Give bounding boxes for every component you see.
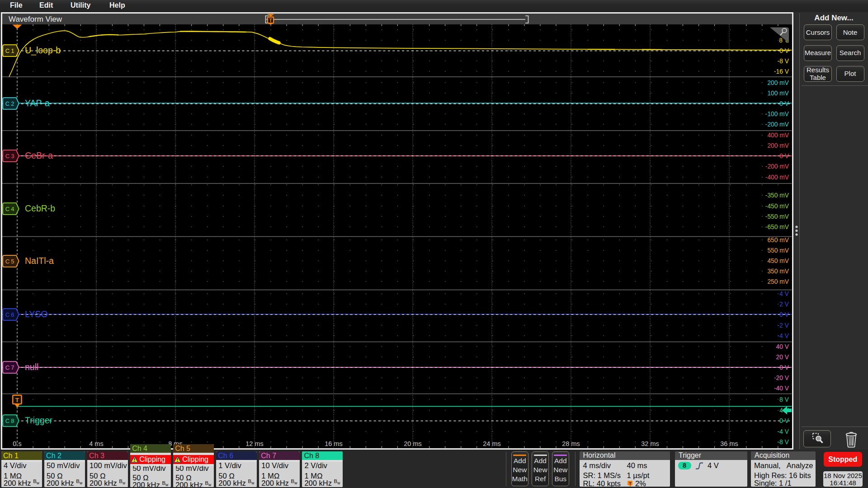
svg-text:200 mV: 200 mV bbox=[767, 80, 789, 86]
svg-text:2: 2 bbox=[11, 100, 14, 107]
svg-text:0 V: 0 V bbox=[779, 364, 789, 371]
svg-text:2 V: 2 V bbox=[779, 301, 789, 308]
svg-text:8: 8 bbox=[11, 418, 14, 424]
svg-text:28 ms: 28 ms bbox=[562, 440, 580, 447]
svg-text:C: C bbox=[5, 418, 9, 424]
svg-text:-4 V: -4 V bbox=[778, 333, 789, 339]
svg-text:-200 mV: -200 mV bbox=[765, 121, 789, 128]
svg-text:-40 V: -40 V bbox=[774, 385, 789, 392]
svg-text:12 ms: 12 ms bbox=[245, 440, 264, 447]
svg-text:-100 mV: -100 mV bbox=[765, 111, 789, 117]
svg-text:Trigger: Trigger bbox=[25, 415, 53, 425]
svg-text:8 V: 8 V bbox=[779, 396, 789, 403]
svg-text:4 V: 4 V bbox=[779, 291, 789, 297]
svg-text:-550 mV: -550 mV bbox=[765, 213, 789, 220]
svg-text:-450 mV: -450 mV bbox=[765, 203, 789, 210]
svg-text:null: null bbox=[25, 362, 38, 372]
svg-text:C: C bbox=[5, 206, 9, 212]
svg-text:YAP-a: YAP-a bbox=[25, 98, 50, 108]
svg-text:T: T bbox=[269, 17, 272, 23]
svg-text:450 mV: 450 mV bbox=[767, 258, 789, 264]
svg-text:4 ms: 4 ms bbox=[89, 440, 103, 447]
svg-text:400 mV: 400 mV bbox=[767, 132, 789, 139]
svg-text:1: 1 bbox=[11, 47, 14, 54]
svg-text:8: 8 bbox=[779, 37, 783, 44]
svg-text:0 s: 0 s bbox=[13, 440, 21, 447]
svg-text:CeBr-a: CeBr-a bbox=[25, 150, 53, 160]
svg-text:C: C bbox=[5, 100, 9, 107]
svg-text:250 mV: 250 mV bbox=[767, 278, 789, 285]
svg-text:5: 5 bbox=[11, 258, 14, 265]
svg-text:7: 7 bbox=[11, 364, 14, 371]
svg-text:24 ms: 24 ms bbox=[483, 440, 501, 447]
svg-text:-16 V: -16 V bbox=[774, 68, 789, 75]
svg-text:0 V: 0 V bbox=[779, 153, 789, 160]
svg-text:T: T bbox=[629, 481, 632, 486]
svg-text:650 mV: 650 mV bbox=[767, 237, 789, 244]
svg-text:20 V: 20 V bbox=[776, 354, 789, 361]
svg-text:-350 mV: -350 mV bbox=[765, 192, 789, 199]
svg-text:0 V: 0 V bbox=[779, 418, 789, 424]
svg-text:-4 V: -4 V bbox=[778, 428, 789, 435]
svg-text:-2 V: -2 V bbox=[778, 322, 789, 329]
svg-text:U_loop-b: U_loop-b bbox=[25, 45, 61, 56]
svg-text:C: C bbox=[5, 311, 9, 318]
svg-text:100 mV: 100 mV bbox=[767, 90, 789, 97]
svg-text:200 mV: 200 mV bbox=[767, 142, 789, 149]
svg-text:16 ms: 16 ms bbox=[325, 440, 343, 447]
svg-text:-650 mV: -650 mV bbox=[765, 224, 789, 230]
svg-text:C: C bbox=[5, 258, 9, 265]
svg-text:C: C bbox=[5, 153, 9, 160]
svg-text:C: C bbox=[5, 364, 9, 371]
svg-text:3: 3 bbox=[11, 153, 14, 160]
svg-text:550 mV: 550 mV bbox=[767, 247, 789, 254]
svg-text:350 mV: 350 mV bbox=[767, 268, 789, 275]
svg-text:-8 V: -8 V bbox=[778, 439, 789, 446]
svg-text:4: 4 bbox=[11, 206, 14, 212]
svg-text:-20 V: -20 V bbox=[774, 375, 789, 381]
svg-text:6: 6 bbox=[11, 311, 14, 318]
svg-text:0 V: 0 V bbox=[779, 100, 789, 107]
svg-text:40 V: 40 V bbox=[776, 343, 789, 350]
svg-text:LYSO: LYSO bbox=[25, 309, 48, 319]
svg-text:20 ms: 20 ms bbox=[404, 440, 422, 447]
svg-text:32 ms: 32 ms bbox=[641, 440, 659, 447]
svg-text:36 ms: 36 ms bbox=[720, 440, 738, 447]
svg-text:T: T bbox=[15, 397, 19, 404]
svg-text:0 V: 0 V bbox=[779, 47, 789, 54]
svg-text:-200 mV: -200 mV bbox=[765, 163, 789, 170]
svg-text:NaITl-a: NaITl-a bbox=[25, 256, 54, 266]
svg-text:-8 V: -8 V bbox=[778, 58, 789, 65]
svg-text:-400 mV: -400 mV bbox=[765, 174, 789, 181]
svg-text:0 V: 0 V bbox=[779, 311, 789, 318]
svg-text:C: C bbox=[5, 47, 9, 54]
svg-text:CebR-b: CebR-b bbox=[25, 203, 55, 213]
